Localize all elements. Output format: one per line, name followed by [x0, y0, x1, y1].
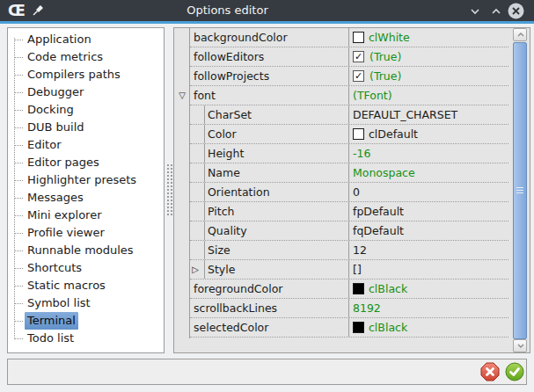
close-button[interactable]	[508, 3, 524, 19]
property-value-text: fqDefault	[353, 224, 404, 237]
scroll-down-icon[interactable]	[513, 339, 527, 352]
sidebar-item-highlighter-presets[interactable]: Highlighter presets	[8, 171, 164, 189]
property-value-text: 12	[353, 243, 367, 257]
property-value[interactable]: fqDefault	[348, 221, 508, 240]
property-value[interactable]: []	[348, 260, 508, 279]
property-value[interactable]: clBlack	[348, 279, 508, 298]
sidebar-item-runnable-modules[interactable]: Runnable modules	[8, 242, 164, 259]
sidebar-item-static-macros[interactable]: Static macros	[8, 277, 164, 294]
pane-splitter[interactable]	[166, 27, 173, 353]
property-value[interactable]: clDefault	[348, 125, 508, 143]
property-value-text: (True)	[369, 69, 401, 83]
titlebar[interactable]: Œ Options editor	[0, 0, 534, 21]
property-value[interactable]: DEFAULT_CHARSET	[348, 105, 508, 124]
color-swatch-black[interactable]	[353, 283, 364, 294]
property-row-charset[interactable]: CharSet DEFAULT_CHARSET	[190, 105, 508, 125]
property-row-name[interactable]: Name Monospace	[190, 163, 508, 183]
property-row-followEditors[interactable]: followEditors ✓ (True)	[190, 47, 508, 67]
property-value[interactable]: 8192	[348, 299, 508, 317]
property-row-backgroundColor[interactable]: backgroundColor clWhite	[190, 28, 508, 47]
property-name: Size	[190, 241, 348, 259]
property-row-orientation[interactable]: Orientation 0	[190, 183, 508, 202]
property-name: foregroundColor	[190, 279, 348, 298]
property-value-text: clDefault	[369, 127, 418, 141]
scroll-up-icon[interactable]	[513, 28, 527, 41]
property-value-text: clBlack	[369, 321, 407, 334]
category-tree: Application Code metrics Compilers paths…	[7, 27, 165, 353]
sidebar-item-compilers-paths[interactable]: Compilers paths	[8, 66, 164, 83]
ok-button[interactable]	[505, 362, 524, 381]
property-name: followEditors	[190, 47, 348, 66]
cancel-button[interactable]	[480, 362, 500, 381]
splitter-grip-icon	[167, 164, 172, 215]
property-row-scrollbackLines[interactable]: scrollbackLines 8192	[190, 299, 508, 318]
titlebar-accent-line	[0, 21, 534, 24]
scrollbar-thumb[interactable]	[513, 42, 527, 339]
property-value[interactable]: Monospace	[348, 163, 508, 182]
sidebar-item-debugger[interactable]: Debugger	[8, 83, 164, 101]
property-value[interactable]: ✓ (True)	[348, 67, 508, 85]
property-grid: ▽ ▷ backgroundColor clWhite followEditor…	[173, 27, 530, 353]
sidebar-item-profile-viewer[interactable]: Profile viewer	[8, 224, 164, 242]
property-row-quality[interactable]: Quality fqDefault	[190, 221, 508, 241]
checkbox-checked[interactable]: ✓	[353, 51, 364, 62]
property-value-text: -16	[353, 147, 370, 160]
sidebar-item-code-metrics[interactable]: Code metrics	[8, 48, 164, 66]
sidebar-item-editor-pages[interactable]: Editor pages	[8, 154, 164, 171]
sidebar-item-messages[interactable]: Messages	[8, 189, 164, 207]
property-name: Orientation	[190, 183, 348, 201]
property-value[interactable]: (TFont)	[348, 86, 508, 105]
sidebar-item-terminal[interactable]: Terminal	[8, 312, 164, 330]
property-value-text: clBlack	[369, 282, 407, 295]
property-row-style[interactable]: Style []	[190, 260, 508, 279]
property-value[interactable]: clWhite	[348, 28, 508, 47]
shade-button-chevron-down-icon[interactable]	[467, 4, 483, 19]
property-row-foregroundColor[interactable]: foregroundColor clBlack	[190, 279, 508, 299]
sidebar-item-shortcuts[interactable]: Shortcuts	[8, 259, 164, 277]
property-name: Quality	[190, 221, 348, 240]
property-value-text: 0	[353, 185, 360, 199]
property-value[interactable]: 0	[348, 183, 508, 201]
options-editor-window: Œ Options editor Application Code metric…	[0, 0, 534, 392]
sidebar-item-symbol-list[interactable]: Symbol list	[8, 294, 164, 312]
property-value[interactable]: 12	[348, 241, 508, 259]
sidebar-item-docking[interactable]: Docking	[8, 101, 164, 119]
property-row-font[interactable]: font (TFont)	[190, 86, 508, 105]
property-row-size[interactable]: Size 12	[190, 241, 508, 260]
property-name: Name	[190, 163, 348, 182]
sidebar-item-application[interactable]: Application	[8, 31, 164, 48]
property-rows: backgroundColor clWhite followEditors ✓ …	[189, 28, 508, 338]
sidebar-item-mini-explorer[interactable]: Mini explorer	[8, 207, 164, 224]
property-value-text: DEFAULT_CHARSET	[353, 108, 457, 121]
scrollbar-grip-icon	[516, 187, 523, 194]
property-value[interactable]: -16	[348, 144, 508, 163]
maximize-button-chevron-up-icon[interactable]	[488, 4, 504, 19]
property-row-followProjects[interactable]: followProjects ✓ (True)	[190, 67, 508, 86]
sidebar-item-todo-list[interactable]: Todo list	[8, 330, 164, 347]
sidebar-item-dub-build[interactable]: DUB build	[8, 119, 164, 136]
color-swatch-white[interactable]	[353, 32, 364, 43]
property-row-selectedColor[interactable]: selectedColor clBlack	[190, 318, 508, 338]
color-swatch-white[interactable]	[353, 128, 364, 140]
property-name: Style	[190, 260, 348, 279]
sidebar-item-editor[interactable]: Editor	[8, 136, 164, 154]
property-name: scrollbackLines	[190, 299, 348, 317]
property-name: selectedColor	[190, 318, 348, 337]
property-row-height[interactable]: Height -16	[190, 144, 508, 163]
property-value-text: []	[353, 263, 362, 276]
property-name: followProjects	[190, 67, 348, 85]
property-name: Pitch	[190, 202, 348, 221]
property-name: Color	[190, 125, 348, 143]
property-row-pitch[interactable]: Pitch fpDefault	[190, 202, 508, 221]
grid-scrollbar[interactable]	[513, 28, 527, 352]
color-swatch-black[interactable]	[353, 322, 364, 333]
property-name: CharSet	[190, 105, 348, 124]
property-value-text: (True)	[369, 50, 401, 63]
checkbox-checked[interactable]: ✓	[353, 70, 364, 82]
property-value[interactable]: ✓ (True)	[348, 47, 508, 66]
property-value[interactable]: fpDefault	[348, 202, 508, 221]
property-row-color[interactable]: Color clDefault	[190, 125, 508, 144]
collapse-arrow-icon[interactable]: ▽	[177, 91, 187, 101]
property-value-text: fpDefault	[353, 205, 404, 218]
property-value[interactable]: clBlack	[348, 318, 508, 337]
